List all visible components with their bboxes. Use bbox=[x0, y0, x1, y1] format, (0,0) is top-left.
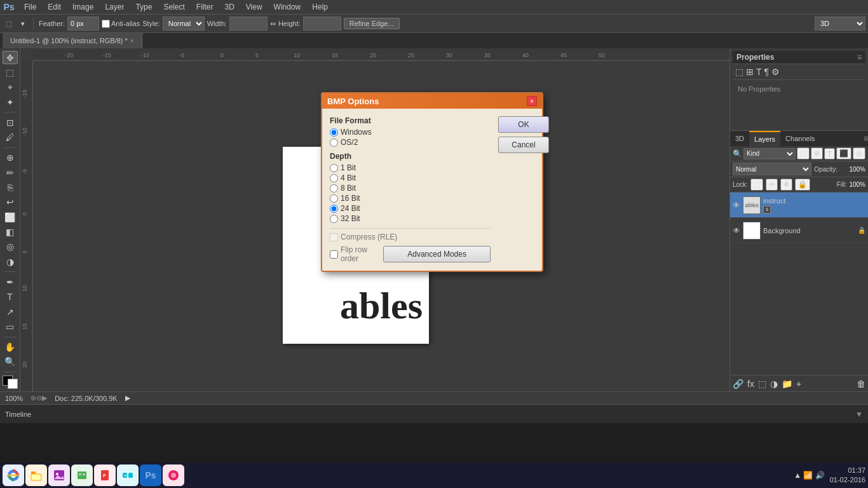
lock-paint-btn[interactable]: ✏ bbox=[766, 179, 778, 191]
taskbar-files[interactable] bbox=[25, 464, 47, 486]
format-windows-radio[interactable] bbox=[330, 128, 338, 137]
prop-icon-1[interactable]: ⬚ bbox=[735, 67, 743, 77]
prop-icon-5[interactable]: ⚙ bbox=[771, 67, 780, 77]
timeline-collapse-icon[interactable]: ▼ bbox=[855, 410, 863, 419]
layer-style-btn[interactable]: fx bbox=[747, 379, 754, 389]
new-layer-btn[interactable]: + bbox=[796, 379, 801, 389]
background-color[interactable] bbox=[8, 379, 18, 389]
tab-channels[interactable]: Channels bbox=[780, 131, 820, 146]
menu-3d[interactable]: 3D bbox=[219, 1, 239, 13]
brush-tool[interactable]: ✏ bbox=[3, 166, 18, 179]
layer-filter-btn5[interactable]: ◎ bbox=[853, 147, 865, 159]
shape-tool[interactable]: ▭ bbox=[3, 320, 18, 333]
menu-image[interactable]: Image bbox=[67, 1, 98, 13]
depth-1bit-radio[interactable] bbox=[330, 164, 338, 172]
dodge-tool[interactable]: ◑ bbox=[3, 255, 18, 268]
link-layers-btn[interactable]: 🔗 bbox=[733, 379, 743, 389]
menu-window[interactable]: Window bbox=[269, 1, 306, 13]
menu-file[interactable]: File bbox=[19, 1, 41, 13]
depth-32bit-radio[interactable] bbox=[330, 215, 338, 223]
refine-edge-button[interactable]: Refine Edge... bbox=[344, 18, 400, 29]
blend-mode-select[interactable]: Normal bbox=[733, 163, 811, 175]
layer-filter-btn1[interactable]: ⬚ bbox=[797, 147, 810, 159]
menu-layer[interactable]: Layer bbox=[100, 1, 129, 13]
advanced-modes-button[interactable]: Advanced Modes bbox=[383, 246, 491, 262]
layer-item-instruct[interactable]: 👁 ables instruct S bbox=[730, 193, 868, 218]
depth-32bit-option[interactable]: 32 Bit bbox=[330, 214, 491, 223]
depth-24bit-radio[interactable] bbox=[330, 205, 338, 213]
wand-tool[interactable]: ✦ bbox=[3, 95, 18, 109]
menu-help[interactable]: Help bbox=[307, 1, 333, 13]
layer-filter-btn2[interactable]: ⊕ bbox=[811, 147, 823, 159]
text-tool[interactable]: T bbox=[3, 290, 18, 304]
marquee-tool-btn[interactable]: ⬚ bbox=[3, 18, 15, 30]
delete-layer-btn[interactable]: 🗑 bbox=[857, 379, 865, 389]
depth-1bit-option[interactable]: 1 Bit bbox=[330, 163, 491, 172]
feather-input[interactable] bbox=[67, 17, 99, 30]
depth-4bit-option[interactable]: 4 Bit bbox=[330, 173, 491, 182]
menu-type[interactable]: Type bbox=[130, 1, 157, 13]
depth-16bit-radio[interactable] bbox=[330, 194, 338, 203]
eyedropper-tool[interactable]: 🖊 bbox=[3, 131, 18, 144]
marquee-shape-btn[interactable]: ▾ bbox=[18, 18, 28, 30]
adjustment-layer-btn[interactable]: ◑ bbox=[770, 379, 778, 389]
taskbar-photos[interactable] bbox=[48, 464, 70, 486]
ok-button[interactable]: OK bbox=[498, 116, 549, 133]
flip-row-checkbox[interactable] bbox=[330, 250, 338, 259]
crop-tool[interactable]: ⊡ bbox=[3, 116, 18, 129]
dialog-close-button[interactable]: × bbox=[527, 96, 537, 106]
cancel-button[interactable]: Cancel bbox=[498, 137, 549, 153]
taskbar-foxit[interactable]: F bbox=[94, 464, 116, 486]
format-os2-radio[interactable] bbox=[330, 139, 338, 147]
layers-panel-collapse[interactable]: ≡ bbox=[864, 134, 868, 143]
taskbar-chrome[interactable] bbox=[3, 464, 24, 486]
path-tool[interactable]: ↗ bbox=[3, 305, 18, 318]
marquee-tool[interactable]: ⬚ bbox=[3, 65, 18, 79]
layer-filter-btn4[interactable]: ⬛ bbox=[836, 147, 851, 159]
menu-filter[interactable]: Filter bbox=[191, 1, 219, 13]
menu-select[interactable]: Select bbox=[158, 1, 189, 13]
zoom-tool[interactable]: 🔍 bbox=[3, 355, 18, 369]
compress-checkbox[interactable] bbox=[330, 233, 338, 241]
properties-collapse-icon[interactable]: ≡ bbox=[857, 53, 862, 62]
layer-eye-instruct[interactable]: 👁 bbox=[733, 201, 740, 210]
history-tool[interactable]: ↩ bbox=[3, 196, 18, 209]
doc-info-arrow[interactable]: ▶ bbox=[125, 394, 130, 402]
lock-all-btn[interactable]: 🔒 bbox=[795, 179, 810, 191]
3d-view-select[interactable]: 3D bbox=[815, 17, 865, 30]
width-input[interactable] bbox=[229, 17, 268, 30]
gradient-tool[interactable]: ◧ bbox=[3, 225, 18, 238]
compress-option[interactable]: Compress (RLE) bbox=[330, 233, 491, 241]
taskbar-arduino[interactable]: ∞ bbox=[117, 464, 139, 486]
menu-edit[interactable]: Edit bbox=[43, 1, 66, 13]
depth-4bit-radio[interactable] bbox=[330, 174, 338, 182]
prop-icon-4[interactable]: ¶ bbox=[764, 67, 770, 77]
depth-16bit-option[interactable]: 16 Bit bbox=[330, 194, 491, 203]
taskbar-photoshop[interactable]: Ps bbox=[140, 464, 161, 486]
depth-24bit-option[interactable]: 24 Bit bbox=[330, 204, 491, 213]
format-windows-option[interactable]: Windows bbox=[330, 128, 491, 137]
depth-8bit-option[interactable]: 8 Bit bbox=[330, 184, 491, 193]
style-select[interactable]: Normal bbox=[163, 17, 205, 30]
pen-tool[interactable]: ✒ bbox=[3, 275, 18, 288]
taskbar-app8[interactable] bbox=[163, 464, 184, 486]
height-input[interactable] bbox=[303, 17, 341, 30]
hand-tool[interactable]: ✋ bbox=[3, 340, 18, 353]
tab-3d[interactable]: 3D bbox=[730, 131, 749, 146]
layer-filter-btn3[interactable]: T bbox=[824, 148, 835, 159]
tab-layers[interactable]: Layers bbox=[749, 131, 780, 146]
prop-icon-2[interactable]: ⊞ bbox=[746, 67, 754, 77]
clone-tool[interactable]: ⎘ bbox=[3, 180, 18, 194]
flip-row-option[interactable]: Flip row order bbox=[330, 245, 378, 263]
color-box[interactable] bbox=[3, 376, 18, 389]
layer-item-background[interactable]: 👁 Background 🔒 bbox=[730, 218, 868, 243]
doc-tab-close[interactable]: × bbox=[130, 37, 134, 44]
layer-kind-select[interactable]: Kind bbox=[743, 148, 796, 159]
layer-mask-btn[interactable]: ⬚ bbox=[758, 379, 766, 389]
doc-tab[interactable]: Untitled-1 @ 100% (instruct, RGB/8) * × bbox=[3, 33, 142, 48]
lock-transparency-btn[interactable]: ⬚ bbox=[750, 179, 763, 191]
layer-eye-background[interactable]: 👁 bbox=[733, 226, 740, 235]
lasso-tool[interactable]: ⌖ bbox=[3, 81, 18, 94]
taskbar-explorer[interactable] bbox=[71, 464, 93, 486]
prop-icon-3[interactable]: T bbox=[756, 67, 762, 77]
